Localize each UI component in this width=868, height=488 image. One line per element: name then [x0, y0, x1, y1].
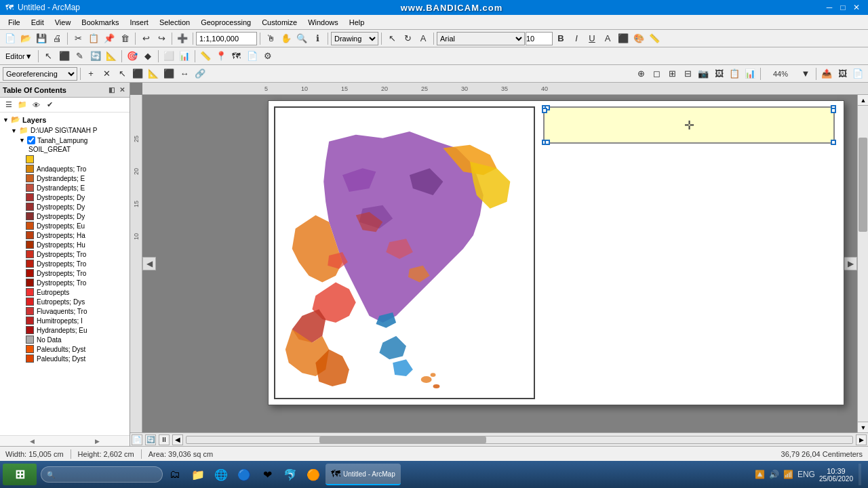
geo-tool6[interactable]: ⬛	[161, 66, 176, 81]
sel-all-tool[interactable]: ⬜	[161, 49, 176, 64]
text-tool[interactable]: A	[416, 31, 431, 46]
handle-mr[interactable]	[831, 108, 836, 113]
drawing-select[interactable]: Drawing	[331, 32, 378, 45]
h-scrollbar[interactable]	[186, 436, 853, 444]
toc-close-btn[interactable]: ✕	[117, 85, 127, 95]
attributes-tool[interactable]: 📊	[177, 49, 192, 64]
back-btn[interactable]: ◀	[172, 434, 183, 445]
toc-list-view[interactable]: ☰	[3, 99, 15, 111]
tray-icon2[interactable]: 🔊	[769, 470, 779, 479]
h-scroll-thumb[interactable]	[319, 436, 486, 443]
undo-button[interactable]: ↩	[138, 31, 153, 46]
edit-tool2[interactable]: ⬛	[57, 49, 72, 64]
paste-button[interactable]: 📌	[102, 31, 117, 46]
edit-tool1[interactable]: ↖	[41, 49, 56, 64]
start-button[interactable]: ⊞	[3, 464, 37, 485]
show-desktop-btn[interactable]	[859, 464, 861, 485]
taskbar-ie-btn[interactable]: 🌐	[210, 464, 232, 485]
new-button[interactable]: 📄	[3, 31, 18, 46]
geo-tool3[interactable]: ↖	[115, 66, 130, 81]
underline-button[interactable]: U	[585, 31, 599, 46]
menu-view[interactable]: View	[50, 17, 77, 28]
italic-button[interactable]: I	[569, 31, 584, 46]
measure-tool[interactable]: 📏	[198, 49, 213, 64]
menu-edit[interactable]: Edit	[26, 17, 50, 28]
geo-tool5[interactable]: 📐	[146, 66, 161, 81]
taskbar-app4-btn[interactable]: 🟠	[302, 464, 324, 485]
snap-tool[interactable]: 🎯	[125, 49, 140, 64]
nav-arrow-left[interactable]: ◀	[142, 257, 156, 270]
vertex-tool[interactable]: ◆	[140, 49, 155, 64]
scale-input[interactable]	[196, 32, 257, 45]
scroll-up-btn[interactable]: ▲	[858, 95, 868, 106]
toc-folder-row[interactable]: ▼ 📁 D:\UAP SIG\TANAH P	[0, 125, 130, 136]
copy-button[interactable]: 📋	[86, 31, 101, 46]
edit-tool4[interactable]: 🔄	[88, 49, 103, 64]
taskbar-app2-btn[interactable]: ❤	[256, 464, 278, 485]
georef-select[interactable]: Georeferencing	[3, 67, 77, 81]
geo-tool2[interactable]: ✕	[99, 66, 114, 81]
taskbar-folder-btn[interactable]: 📁	[187, 464, 209, 485]
toc-undock-btn[interactable]: ◧	[106, 85, 116, 95]
toc-scroll-left[interactable]: ◀	[0, 436, 65, 446]
maximize-button[interactable]: □	[837, 1, 849, 14]
menu-bookmarks[interactable]: Bookmarks	[76, 17, 124, 28]
page-icon-btn[interactable]: 📄	[132, 434, 142, 445]
zoom-dropdown[interactable]: ▼	[798, 66, 813, 81]
redo-button[interactable]: ↪	[154, 31, 169, 46]
refresh-btn[interactable]: 🔄	[145, 434, 156, 445]
line-color-button[interactable]: 📏	[647, 31, 662, 46]
scroll-down-btn[interactable]: ▼	[858, 422, 868, 432]
taskbar-clock[interactable]: 10:39 25/06/2020	[819, 467, 853, 483]
geocode-tool[interactable]: 📍	[214, 49, 229, 64]
geo-tool1[interactable]: +	[83, 66, 98, 81]
scroll-right-end-btn[interactable]: ▶	[856, 434, 867, 445]
toc-source-view[interactable]: 📁	[16, 99, 28, 111]
menu-file[interactable]: File	[3, 17, 26, 28]
geo-tool16[interactable]: 📊	[743, 66, 757, 81]
toc-visibility-view[interactable]: 👁	[30, 99, 42, 111]
save-button[interactable]: 💾	[34, 31, 49, 46]
toc-layers-group[interactable]: ▼ 📂 Layers	[0, 114, 130, 125]
export-btn2[interactable]: 🖼	[835, 66, 850, 81]
menu-customize[interactable]: Customize	[256, 17, 302, 28]
toc-selection-view[interactable]: ✔	[43, 99, 56, 111]
geo-tool15[interactable]: 📋	[727, 66, 742, 81]
menu-help[interactable]: Help	[344, 17, 370, 28]
delete-button[interactable]: 🗑	[117, 31, 132, 46]
font-select[interactable]: Arial	[437, 32, 525, 45]
move-cursor-icon[interactable]: ✛	[684, 118, 694, 133]
legend-element[interactable]: ✛	[543, 106, 835, 144]
geo-tool4[interactable]: ⬛	[130, 66, 145, 81]
tray-lang[interactable]: ENG	[797, 470, 815, 479]
v-scroll-thumb[interactable]	[859, 138, 867, 232]
export-btn1[interactable]: 📤	[819, 66, 834, 81]
minimize-button[interactable]: ─	[823, 1, 835, 14]
menu-windows[interactable]: Windows	[302, 17, 344, 28]
close-button[interactable]: ✕	[850, 1, 863, 14]
settings-tool[interactable]: ⚙	[260, 49, 275, 64]
report-tool[interactable]: 📄	[245, 49, 260, 64]
add-data-button[interactable]: ➕	[175, 31, 190, 46]
geo-tool11[interactable]: ⊞	[665, 66, 679, 81]
geo-tool9[interactable]: ⊕	[633, 66, 648, 81]
pause-btn[interactable]: ⏸	[159, 434, 170, 445]
font-color-button[interactable]: A	[600, 31, 615, 46]
cursor-tool[interactable]: ↖	[384, 31, 399, 46]
export-btn3[interactable]: 📄	[850, 66, 865, 81]
taskbar-arcmap-btn[interactable]: 🗺 Untitled - ArcMap	[326, 464, 401, 485]
map-select-tool[interactable]: 🗺	[229, 49, 244, 64]
cut-button[interactable]: ✂	[71, 31, 85, 46]
identify-tool[interactable]: ℹ	[310, 31, 325, 46]
edit-tool3[interactable]: ✎	[73, 49, 87, 64]
taskbar-search[interactable]: 🔍	[41, 466, 163, 483]
print-button[interactable]: 🖨	[50, 31, 64, 46]
nav-arrow-right[interactable]: ▶	[844, 257, 857, 270]
geo-tool7[interactable]: ↔	[177, 66, 192, 81]
font-size-input[interactable]	[526, 32, 553, 45]
taskbar-app1-btn[interactable]: 🔵	[233, 464, 255, 485]
menu-geoprocessing[interactable]: Geoprocessing	[195, 17, 256, 28]
edit-tool5[interactable]: 📐	[104, 49, 119, 64]
toc-layer-row[interactable]: ▼ Tanah_Lampung	[0, 136, 130, 145]
open-button[interactable]: 📂	[18, 31, 33, 46]
